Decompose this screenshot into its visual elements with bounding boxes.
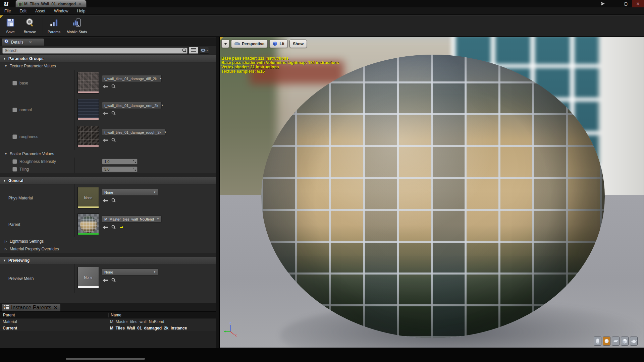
browse-to-asset-icon[interactable] — [111, 111, 116, 117]
browse-to-asset-icon[interactable] — [111, 278, 116, 284]
use-selected-asset-icon[interactable] — [103, 198, 108, 204]
expand-arrow-icon: ▼ — [4, 64, 7, 68]
menu-edit[interactable]: Edit — [15, 7, 31, 15]
use-selected-asset-icon[interactable] — [103, 84, 108, 90]
primitive-teapot-button[interactable] — [630, 337, 638, 346]
texture-thumbnail-normal[interactable] — [77, 99, 99, 120]
instance-parents-tabstrip: Instance Parents ✕ — [0, 303, 216, 311]
search-icon — [182, 48, 186, 54]
override-checkbox-roughness-intensity[interactable] — [12, 159, 17, 164]
asset-color-bar — [78, 206, 99, 208]
browse-button[interactable]: Browse — [21, 16, 39, 36]
table-row[interactable]: Material M_Master_tiles_wall_NoBlend — [0, 318, 216, 325]
column-header-name[interactable]: Name — [108, 313, 216, 317]
close-button[interactable]: ✕ — [632, 0, 644, 7]
texture-thumbnail-roughness[interactable] — [77, 126, 99, 147]
parent-material-select[interactable]: M_Master_tiles_wall_NoBlend ▼ — [102, 216, 162, 223]
texture-select-roughness[interactable]: t_wall_tiles_01_damage_rough_2k ▼ — [102, 129, 166, 136]
tab-details[interactable]: i Details ✕ — [1, 38, 44, 46]
preview-sphere-mesh[interactable] — [261, 55, 605, 338]
phys-material-thumbnail[interactable]: None — [77, 187, 99, 208]
tab-close-icon[interactable]: ✕ — [78, 2, 82, 6]
override-checkbox-base[interactable] — [12, 81, 17, 85]
menu-file[interactable]: File — [0, 7, 15, 15]
save-icon — [5, 18, 15, 29]
override-checkbox-normal[interactable] — [12, 108, 17, 112]
browse-to-asset-icon[interactable] — [111, 137, 116, 143]
unreal-engine-logo-icon: u — [3, 0, 15, 7]
browse-to-asset-icon[interactable] — [111, 225, 116, 231]
primitive-plane-button[interactable] — [612, 337, 620, 346]
table-row[interactable]: Current M_Tiles_Wall_01_damaged_2k_Insta… — [0, 325, 216, 331]
section-material-property-overrides[interactable]: ▷ Material Property Overrides — [0, 245, 216, 253]
parent-material-thumbnail[interactable] — [77, 214, 99, 235]
expand-arrow-icon: ▼ — [3, 57, 6, 60]
horizontal-scrollbar[interactable] — [66, 358, 145, 360]
instance-parents-panel: Instance Parents ✕ Parent Name Material … — [0, 303, 216, 348]
section-gap — [0, 253, 216, 257]
browse-to-asset-icon[interactable] — [111, 198, 116, 204]
use-selected-asset-icon[interactable] — [103, 137, 108, 143]
override-checkbox-tiling[interactable] — [12, 167, 17, 172]
column-header-parent[interactable]: Parent — [0, 313, 108, 317]
use-selected-asset-icon[interactable] — [103, 225, 108, 231]
roughness-intensity-input[interactable]: 1.0 — [102, 159, 138, 164]
preview-mesh-thumbnail[interactable]: None — [77, 267, 99, 288]
asset-color-bar — [78, 286, 99, 288]
primitive-shape-bar — [594, 337, 638, 346]
details-tab-close-icon[interactable]: ✕ — [29, 40, 32, 45]
browse-to-asset-icon[interactable] — [111, 84, 116, 90]
minimize-button[interactable]: – — [608, 0, 620, 7]
override-checkbox-roughness[interactable] — [12, 134, 17, 139]
details-info-icon: i — [4, 39, 9, 45]
section-previewing[interactable]: ▼ Previewing — [0, 257, 216, 264]
reset-to-default-icon[interactable] — [119, 225, 123, 231]
section-parameter-groups[interactable]: ▼ Parameter Groups — [0, 55, 216, 62]
details-tabstrip: i Details ✕ — [0, 38, 216, 46]
section-texture-parameter-values[interactable]: ▼ Texture Parameter Values — [0, 62, 216, 70]
tab-instance-parents[interactable]: Instance Parents ✕ — [1, 304, 61, 311]
primitive-cube-button[interactable] — [621, 337, 629, 346]
section-general[interactable]: ▼ General — [0, 177, 216, 184]
viewport-options-button[interactable] — [221, 40, 229, 48]
params-button[interactable]: Params — [45, 16, 63, 36]
feedback-send-icon[interactable] — [598, 0, 608, 7]
phys-material-select[interactable]: None ▼ — [102, 189, 158, 196]
menu-window[interactable]: Window — [50, 7, 73, 15]
instance-parents-tab-close-icon[interactable]: ✕ — [53, 305, 58, 311]
perspective-button[interactable]: Perspective — [231, 40, 268, 48]
asset-tab[interactable]: M_Tiles_Wall_01_damaged ✕ — [15, 0, 87, 7]
lit-mode-button[interactable]: Lit — [269, 40, 288, 48]
show-menu-button[interactable]: Show — [289, 40, 307, 48]
save-button[interactable]: Save — [1, 16, 19, 36]
section-scalar-parameter-values[interactable]: ▼ Scalar Parameter Values — [0, 150, 216, 158]
tiling-input[interactable]: 3.0 — [102, 166, 138, 172]
chevron-down-icon — [224, 43, 227, 45]
display-filter-button[interactable] — [189, 47, 198, 54]
cylinder-icon — [595, 338, 600, 344]
mobile-stats-button[interactable]: Mobile Stats — [66, 16, 88, 36]
use-selected-asset-icon[interactable] — [103, 278, 108, 284]
slider-handle-icon — [133, 168, 136, 171]
preview-mesh-select[interactable]: None ▼ — [102, 268, 158, 276]
texture-thumbnail-base[interactable] — [77, 72, 99, 94]
param-label: Preview Mesh — [8, 276, 34, 281]
texture-select-base[interactable]: t_wall_tiles_01_damage_diff_2k ▼ — [102, 75, 162, 82]
material-instance-thumbnail-icon — [18, 2, 22, 6]
search-input[interactable] — [2, 48, 187, 54]
section-lightmass-settings[interactable]: ▷ Lightmass Settings — [0, 237, 216, 245]
params-label: Params — [48, 30, 60, 34]
primitive-cylinder-button[interactable] — [594, 337, 601, 346]
menu-asset[interactable]: Asset — [31, 7, 50, 15]
expand-arrow-icon: ▼ — [3, 259, 6, 262]
view-options-button[interactable]: ▾ — [200, 47, 209, 54]
maximize-button[interactable]: ▢ — [620, 0, 632, 7]
primitive-sphere-button[interactable] — [603, 337, 610, 346]
chevron-down-icon: ▼ — [157, 218, 159, 221]
menu-help[interactable]: Help — [73, 7, 90, 15]
preview-viewport[interactable]: Perspective Lit Show Base pass shader: 1… — [219, 37, 644, 348]
param-row-normal: normal t_wall_tiles_01_damage_nrm_2k ▼ — [0, 97, 216, 123]
texture-select-normal[interactable]: t_wall_tiles_01_damage_nrm_2k ▼ — [102, 102, 162, 109]
instance-parents-header: Parent Name — [0, 311, 216, 318]
use-selected-asset-icon[interactable] — [103, 111, 108, 117]
